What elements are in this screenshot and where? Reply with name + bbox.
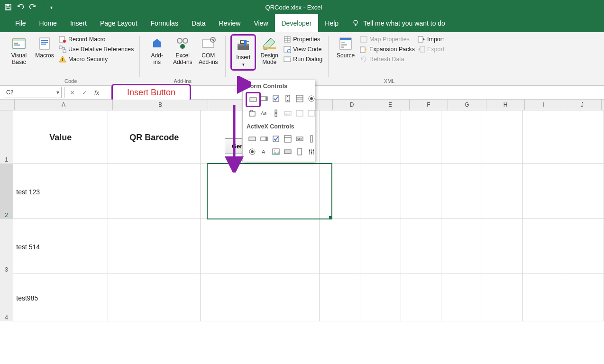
tab-tell-me[interactable]: Tell me what you want to do <box>345 14 452 32</box>
macros-button[interactable]: Macros <box>32 34 57 60</box>
form-scrollbar-control[interactable] <box>270 108 282 119</box>
cell-H4[interactable] <box>482 273 523 321</box>
name-box[interactable]: C2 ▾ <box>4 87 62 98</box>
activex-label-control[interactable]: A <box>258 146 270 157</box>
tab-review[interactable]: Review <box>212 14 247 32</box>
cell-A4[interactable]: test985 <box>13 273 108 321</box>
activex-option-control[interactable] <box>247 146 258 157</box>
cell-J1[interactable] <box>563 110 604 165</box>
tab-insert[interactable]: Insert <box>64 14 93 32</box>
record-macro-button[interactable]: Record Macro <box>58 35 135 44</box>
column-header-A[interactable]: A <box>15 100 113 110</box>
cell-J3[interactable] <box>563 219 604 275</box>
macro-security-button[interactable]: Macro Security <box>58 55 135 64</box>
column-header-I[interactable]: I <box>525 100 563 110</box>
cell-E2[interactable] <box>360 164 401 220</box>
tab-file[interactable]: File <box>9 14 33 32</box>
tab-view[interactable]: View <box>247 14 275 32</box>
cell-D3[interactable] <box>320 219 360 275</box>
cell-I4[interactable] <box>523 273 564 321</box>
activex-textbox-control[interactable]: abl <box>294 133 305 145</box>
activex-button-control[interactable] <box>247 133 258 145</box>
cell-F2[interactable] <box>401 164 442 220</box>
tab-formulas[interactable]: Formulas <box>144 14 185 32</box>
cell-B2[interactable] <box>108 164 201 220</box>
form-listbox-control[interactable] <box>294 93 305 104</box>
cell-F1[interactable] <box>401 110 442 165</box>
activex-checkbox-control[interactable] <box>270 133 282 145</box>
form-combo-dropdown-control[interactable] <box>306 108 317 119</box>
column-header-G[interactable]: G <box>448 100 486 110</box>
cell-C3[interactable] <box>201 219 320 275</box>
properties-button[interactable]: Properties <box>283 35 323 44</box>
selection-fill-handle[interactable] <box>329 216 332 219</box>
cell-F4[interactable] <box>401 273 442 321</box>
cell-A2[interactable]: test 123 <box>13 164 108 220</box>
cell-I1[interactable] <box>523 110 564 165</box>
activex-more-control[interactable] <box>306 146 317 157</box>
fx-button[interactable]: fx <box>91 87 103 98</box>
cell-I2[interactable] <box>523 164 564 220</box>
cell-J2[interactable] <box>563 164 604 220</box>
use-relative-references-button[interactable]: Use Relative References <box>58 45 135 54</box>
cell-I3[interactable] <box>523 219 564 275</box>
form-spinner-control[interactable] <box>282 93 293 104</box>
activex-spinbutton-control[interactable] <box>294 146 305 157</box>
cell-H1[interactable] <box>482 110 523 165</box>
view-code-button[interactable]: View Code <box>283 45 323 54</box>
redo-icon[interactable] <box>27 2 38 12</box>
cell-D1[interactable] <box>320 110 360 165</box>
activex-image-control[interactable] <box>270 146 282 157</box>
cell-H2[interactable] <box>482 164 523 220</box>
column-header-E[interactable]: E <box>371 100 410 110</box>
cell-B3[interactable] <box>108 219 201 275</box>
insert-control-button[interactable]: Insert▾ <box>232 36 254 69</box>
cell-G3[interactable] <box>441 219 482 275</box>
cell-D4[interactable] <box>320 273 360 321</box>
row-header-3[interactable]: 3 <box>0 219 13 274</box>
select-all-corner[interactable] <box>0 100 15 110</box>
cell-C2[interactable] <box>201 164 320 220</box>
cell-J4[interactable] <box>563 273 604 321</box>
form-combo-list-control[interactable] <box>294 108 305 119</box>
enter-formula-button[interactable]: ✓ <box>78 87 91 98</box>
cell-G4[interactable] <box>441 273 482 321</box>
activex-combo-control[interactable] <box>258 133 270 145</box>
form-checkbox-control[interactable] <box>270 93 282 104</box>
activex-scrollbar-control[interactable] <box>306 133 317 145</box>
column-header-H[interactable]: H <box>486 100 525 110</box>
cancel-formula-button[interactable]: ✕ <box>66 87 78 98</box>
tab-home[interactable]: Home <box>33 14 64 32</box>
cell-E4[interactable] <box>360 273 401 321</box>
visual-basic-button[interactable]: Visual Basic <box>7 34 31 66</box>
tab-developer[interactable]: Developer <box>275 14 319 32</box>
run-dialog-button[interactable]: Run Dialog <box>283 55 323 64</box>
import-button[interactable]: Import <box>417 35 445 44</box>
column-header-B[interactable]: B <box>113 100 208 110</box>
qat-customize-icon[interactable]: ▾ <box>46 2 56 12</box>
form-groupbox-control[interactable] <box>247 108 258 119</box>
form-option-control[interactable] <box>306 93 317 104</box>
activex-toggle-control[interactable] <box>282 146 293 157</box>
cell-E1[interactable] <box>360 110 401 165</box>
cell-G1[interactable] <box>441 110 482 165</box>
save-icon[interactable] <box>3 2 13 12</box>
cell-B4[interactable] <box>108 273 201 321</box>
expansion-packs-button[interactable]: Expansion Packs <box>359 45 416 54</box>
cell-F3[interactable] <box>401 219 442 275</box>
tab-page-layout[interactable]: Page Layout <box>93 14 144 32</box>
column-header-J[interactable]: J <box>563 100 602 110</box>
cell-A3[interactable]: test 514 <box>13 219 108 275</box>
tab-data[interactable]: Data <box>185 14 212 32</box>
activex-listbox-control[interactable] <box>282 133 293 145</box>
addins-button[interactable]: Add- ins <box>145 34 169 66</box>
cell-C4[interactable] <box>201 273 320 321</box>
cell-G2[interactable] <box>441 164 482 220</box>
form-label-control[interactable]: Aa <box>258 108 270 119</box>
column-header-D[interactable]: D <box>333 100 371 110</box>
tab-help[interactable]: Help <box>318 14 345 32</box>
form-combo-control[interactable] <box>258 93 270 104</box>
name-box-dropdown-icon[interactable]: ▾ <box>56 89 59 96</box>
column-header-F[interactable]: F <box>410 100 448 110</box>
cell-B1[interactable]: QR Barcode <box>108 110 201 165</box>
